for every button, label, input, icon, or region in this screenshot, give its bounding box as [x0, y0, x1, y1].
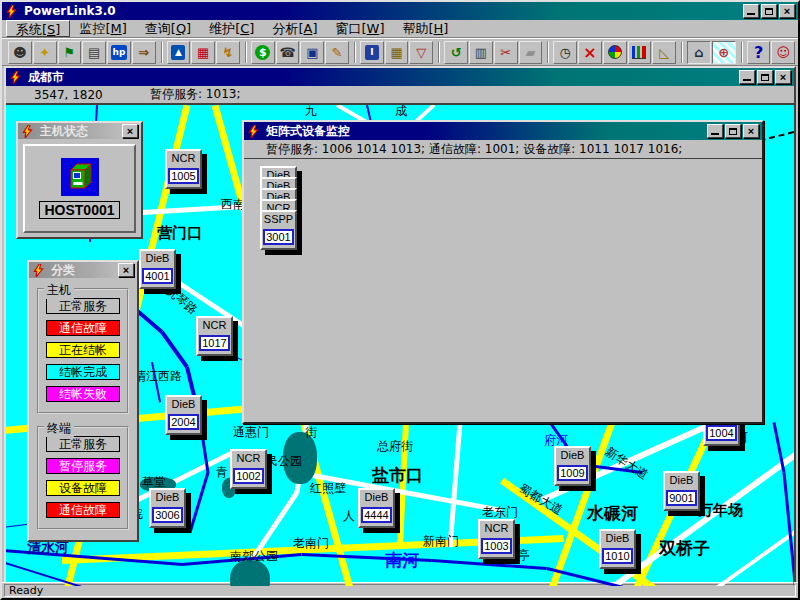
bar-chart-icon [632, 46, 646, 59]
clock-icon: ◷ [558, 45, 572, 60]
host-computer-icon[interactable] [61, 158, 99, 196]
menu-c[interactable]: 维护[C] [200, 20, 263, 37]
matrix-close-button[interactable]: × [743, 124, 759, 138]
device-dieb-2004[interactable]: DieB2004 [165, 395, 202, 435]
money-icon-button[interactable]: $ [251, 41, 275, 64]
device-type-label: NCR [480, 522, 513, 535]
host-titlebar[interactable]: 主机状态 × [18, 123, 141, 139]
scissors-icon-button[interactable]: ✂ [494, 41, 518, 64]
exit-icon-button[interactable]: ⇒ [132, 41, 156, 64]
device-ncr-1003[interactable]: NCR1003 [478, 519, 515, 559]
cursor-coordinates: 3547, 1820 [34, 88, 142, 102]
device-type-label: NCR [198, 319, 231, 332]
phone-icon-button[interactable]: ☎ [276, 41, 300, 64]
matrix-view-icon: ▦ [196, 45, 210, 60]
cascade-windows-icon-button[interactable]: ▣ [300, 41, 324, 64]
bank-icon: ▥ [474, 45, 488, 60]
key-icon: ✦ [38, 45, 52, 60]
app-lightning-icon [5, 4, 20, 18]
printer-icon-button[interactable]: ▤ [82, 41, 106, 64]
map-label: 万年场 [698, 502, 743, 519]
find-operator-icon-button[interactable]: ☻ [8, 41, 32, 64]
filter-icon-button[interactable]: ▽ [409, 41, 433, 64]
brush-icon-button[interactable]: ✎ [325, 41, 349, 64]
menu-s[interactable]: 系统[S] [6, 20, 70, 37]
clock-icon-button[interactable]: ◷ [553, 41, 577, 64]
refresh-icon-button[interactable]: ↺ [444, 41, 468, 64]
matrix-window-controls: × [707, 124, 759, 138]
device-type-label: NCR [167, 152, 200, 165]
eraser-icon-button[interactable]: ▰ [519, 41, 543, 64]
menu-h[interactable]: 帮助[H] [394, 20, 458, 37]
form-icon-button[interactable]: I [360, 41, 384, 64]
device-ncr-1005[interactable]: NCR1005 [165, 149, 202, 189]
legend-close-button[interactable]: × [118, 263, 134, 277]
city-lightning-icon [9, 70, 24, 84]
exit-icon: ⇒ [137, 45, 151, 60]
host-name[interactable]: HOST0001 [39, 201, 119, 219]
target-icon-button[interactable]: ⊕ [712, 41, 736, 64]
close-button[interactable]: × [779, 4, 795, 18]
matrix-minimize-button[interactable] [707, 124, 723, 138]
matrix-maximize-button[interactable] [725, 124, 741, 138]
menu-a[interactable]: 分析[A] [263, 20, 326, 37]
legend-item-1-2: 通信故障 [46, 320, 120, 336]
device-id-label: 1002 [233, 468, 263, 484]
legend-group-label: 终端 [44, 420, 74, 437]
host-close-button[interactable]: × [122, 124, 138, 138]
host-status-window: 主机状态 × HOST0001 [16, 121, 143, 239]
matrix-monitor-window: 矩阵式设备监控 × 暂停服务: 1006 1014 1013; 通信故障: 10… [242, 120, 764, 424]
legend-item-2-4: 通信故障 [46, 502, 120, 518]
device-dieb-4001[interactable]: DieB4001 [139, 249, 176, 289]
menu-w[interactable]: 窗口[W] [326, 20, 393, 37]
device-dieb-1010[interactable]: DieB1010 [599, 529, 636, 569]
device-dieb-1009[interactable]: DieB1009 [554, 446, 591, 486]
city-minimize-button[interactable] [739, 70, 755, 84]
bank-icon-button[interactable]: ▥ [469, 41, 493, 64]
map-view-icon-button[interactable]: ▲ [167, 41, 191, 64]
about-icon-button[interactable]: ☺ [771, 41, 795, 64]
legend-body: 主机正常服务通信故障正在结帐结帐完成结帐失败终端正常服务暂停服务设备故障通信故障 [29, 278, 137, 546]
main-titlebar[interactable]: PowerLink3.0 × [2, 2, 798, 20]
menu-q[interactable]: 查询[Q] [136, 20, 200, 37]
flag-icon-button[interactable]: ⚑ [58, 41, 82, 64]
bar-chart-icon-button[interactable] [628, 41, 652, 64]
device-type-label: DieB [141, 252, 174, 265]
form-icon: I [365, 45, 379, 60]
device-sspp-3001[interactable]: SSPP3001 [260, 210, 297, 250]
matrix-titlebar[interactable]: 矩阵式设备监控 × [244, 122, 762, 140]
map-label: 总府街 [377, 440, 413, 453]
scissors-icon: ✂ [499, 45, 513, 60]
city-close-button[interactable]: × [775, 70, 791, 84]
matrix-view-icon-button[interactable]: ▦ [191, 41, 215, 64]
legend-window: 分类 × 主机正常服务通信故障正在结帐结帐完成结帐失败终端正常服务暂停服务设备故… [27, 260, 139, 542]
city-map[interactable]: 九成西南营门口抚琴路清江西路通惠门人民公园青草堂浣清水河南郊公园老南门南河新南门… [6, 105, 794, 586]
menu-m[interactable]: 监控[M] [70, 20, 135, 37]
device-ncr-1017[interactable]: NCR1017 [196, 316, 233, 356]
device-ncr-1002[interactable]: NCR1002 [230, 449, 267, 489]
device-dieb-3006[interactable]: DieB3006 [149, 488, 186, 528]
device-type-label: NCR [232, 452, 265, 465]
building-icon-button[interactable]: ⌂ [687, 41, 711, 64]
host-title: 主机状态 [40, 123, 88, 140]
key-icon-button[interactable]: ✦ [33, 41, 57, 64]
pie-chart-icon-button[interactable] [603, 41, 627, 64]
legend-item-1-5: 结帐失败 [46, 386, 120, 402]
worksheet-icon-button[interactable]: ▦ [385, 41, 409, 64]
city-titlebar[interactable]: 成都市 × [6, 68, 794, 86]
ruler-icon-button[interactable]: ◺ [652, 41, 676, 64]
device-dieb-9001[interactable]: DieB9001 [663, 471, 700, 511]
device-dieb-4444[interactable]: DieB4444 [358, 488, 395, 528]
restore-button[interactable] [761, 4, 777, 18]
hp-icon-button[interactable]: hp [107, 41, 131, 64]
minimize-button[interactable] [743, 4, 759, 18]
legend-titlebar[interactable]: 分类 × [29, 262, 137, 278]
flag-icon: ⚑ [62, 45, 76, 60]
device-id-label: 9001 [666, 490, 696, 506]
delete-icon-button[interactable]: × [578, 41, 602, 64]
city-restore-button[interactable] [757, 70, 773, 84]
help-icon-button[interactable]: ? [747, 41, 771, 64]
find-operator-icon: ☻ [13, 45, 27, 60]
park [230, 560, 270, 586]
lightning-icon-button[interactable]: ↯ [216, 41, 240, 64]
